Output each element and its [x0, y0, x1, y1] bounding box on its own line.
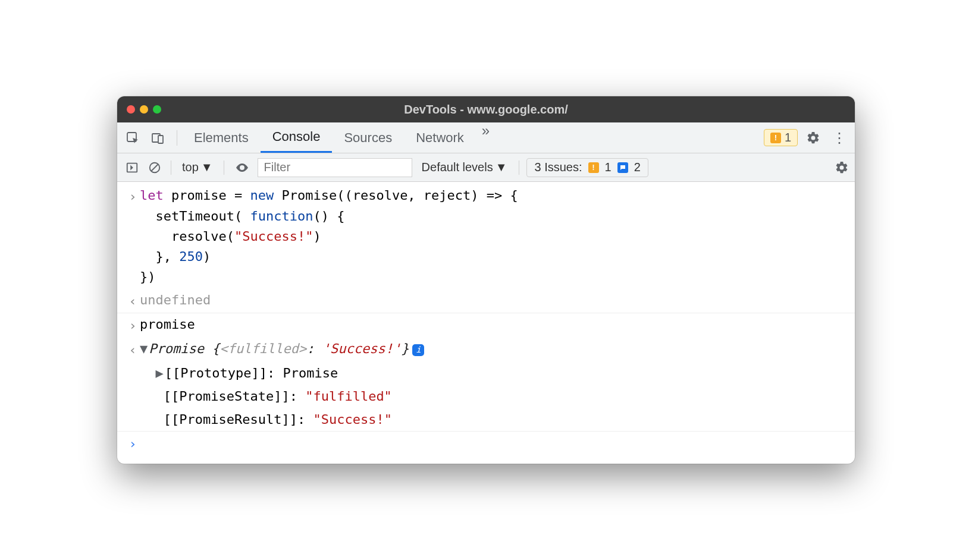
issues-label: 3 Issues:: [534, 161, 582, 174]
console-result-row: ‹ undefined: [117, 289, 855, 313]
clear-console-icon[interactable]: [146, 159, 164, 177]
window-title: DevTools - www.google.com/: [404, 103, 568, 117]
context-selector[interactable]: top ▼: [178, 161, 217, 174]
input-marker-icon: ›: [126, 185, 140, 287]
tab-sources[interactable]: Sources: [332, 122, 404, 153]
warnings-count: 1: [785, 131, 791, 144]
device-toolbar-icon[interactable]: [147, 127, 168, 149]
separator: [177, 130, 177, 146]
filter-input[interactable]: [258, 158, 412, 177]
context-label: top: [182, 161, 199, 174]
issues-warn-count: 1: [605, 161, 612, 174]
disclosure-triangle-open-icon[interactable]: ▼: [140, 339, 148, 359]
tab-elements[interactable]: Elements: [182, 122, 261, 153]
devtools-window: DevTools - www.google.com/ Elements Cons…: [117, 96, 855, 463]
devtools-tabbar: Elements Console Sources Network » ! 1 ⋮: [117, 122, 855, 153]
minimize-window-button[interactable]: [140, 105, 148, 114]
svg-rect-2: [158, 136, 163, 143]
console-input-row[interactable]: › let promise = new Promise((resolve, re…: [117, 184, 855, 288]
close-window-button[interactable]: [127, 105, 135, 114]
input-marker-icon: ›: [126, 314, 140, 336]
issues-info-count: 2: [634, 161, 641, 174]
console-object-row[interactable]: ‹ ▼Promise {<fulfilled>: 'Success!'}i: [117, 338, 855, 362]
inspect-element-icon[interactable]: [122, 127, 143, 149]
console-input-row[interactable]: › promise: [117, 313, 855, 338]
tab-console[interactable]: Console: [261, 122, 333, 153]
console-toolbar: top ▼ Default levels ▼ 3 Issues: ! 1 2: [117, 153, 855, 182]
tab-network[interactable]: Network: [404, 122, 476, 153]
warning-icon: !: [770, 133, 781, 143]
tabs: Elements Console Sources Network »: [182, 122, 496, 153]
chevron-down-icon: ▼: [496, 161, 507, 174]
chevron-down-icon: ▼: [201, 161, 213, 174]
warnings-badge[interactable]: ! 1: [764, 129, 798, 146]
separator: [224, 161, 224, 175]
more-options-icon[interactable]: ⋮: [829, 130, 850, 146]
issues-button[interactable]: 3 Issues: ! 1 2: [526, 158, 648, 177]
console-prompt-row[interactable]: ›: [117, 432, 855, 456]
info-icon: [617, 162, 628, 173]
titlebar: DevTools - www.google.com/: [117, 96, 855, 122]
levels-label: Default levels: [422, 161, 493, 174]
output-marker-icon: ‹: [126, 290, 140, 312]
result-undefined: undefined: [140, 290, 211, 312]
zoom-window-button[interactable]: [153, 105, 161, 114]
warning-icon: !: [588, 162, 599, 173]
info-icon[interactable]: i: [412, 344, 424, 356]
prompt-marker-icon: ›: [126, 433, 140, 454]
svg-line-5: [152, 164, 158, 171]
console-output: › let promise = new Promise((resolve, re…: [117, 182, 855, 463]
object-property-row[interactable]: ▶[[Prototype]]: Promise: [117, 362, 855, 385]
more-tabs-button[interactable]: »: [476, 122, 496, 153]
traffic-lights: [127, 105, 161, 114]
output-marker-icon: ‹: [126, 339, 140, 360]
console-settings-icon[interactable]: [835, 161, 849, 175]
code-input: promise: [140, 314, 195, 336]
live-expression-icon[interactable]: [231, 161, 253, 175]
separator: [519, 161, 519, 175]
disclosure-triangle-closed-icon[interactable]: ▶: [156, 363, 164, 383]
toggle-sidebar-icon[interactable]: [123, 159, 141, 177]
log-levels-selector[interactable]: Default levels ▼: [417, 161, 512, 174]
code-block: let promise = new Promise((resolve, reje…: [140, 185, 518, 287]
settings-icon[interactable]: [806, 131, 820, 145]
object-summary: ▼Promise {<fulfilled>: 'Success!'}i: [140, 339, 424, 360]
object-property-row: [[PromiseResult]]: "Success!": [117, 408, 855, 432]
separator: [171, 161, 171, 175]
object-property-row: [[PromiseState]]: "fulfilled": [117, 385, 855, 408]
